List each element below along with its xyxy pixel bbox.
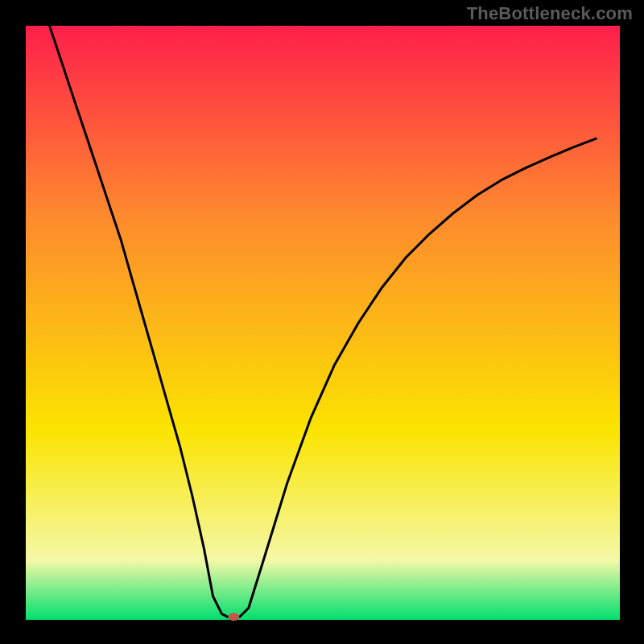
chart-frame: TheBottleneck.com <box>0 0 644 644</box>
bottleneck-chart <box>0 0 644 644</box>
watermark-text: TheBottleneck.com <box>467 3 633 24</box>
plot-background <box>26 26 620 620</box>
minimum-marker <box>228 613 239 621</box>
